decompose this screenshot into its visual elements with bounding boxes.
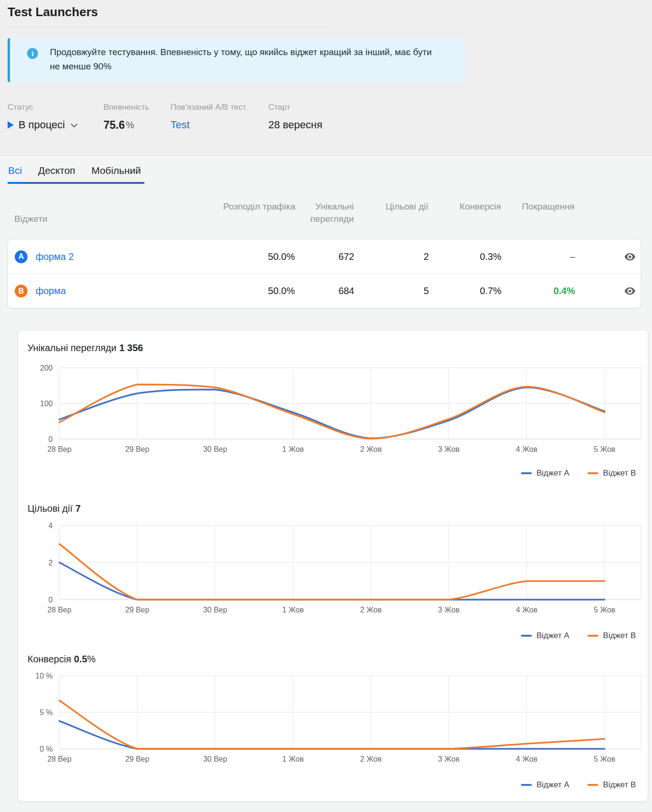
confidence-group: Впевненість 75.6 % — [104, 103, 149, 131]
svg-text:5 Жов: 5 Жов — [594, 606, 615, 614]
chart-title-label: Цільові дії — [28, 503, 73, 514]
column-header-unique-views: Унікальні перегляди — [294, 201, 354, 225]
line-chart: 42028 Вер29 Вер30 Вер1 Жов2 Жов3 Жов4 Жо… — [18, 519, 649, 623]
header-section: Test Launchers i Продовжуйте тестування.… — [0, 0, 652, 156]
svg-text:200: 200 — [40, 364, 53, 372]
confidence-suffix: % — [126, 120, 134, 131]
chart-plot: 10 %5 %0 %28 Вер29 Вер30 Вер1 Жов2 Жов3 … — [18, 670, 649, 772]
svg-text:2 Жов: 2 Жов — [360, 755, 381, 763]
tab-1[interactable]: Десктоп — [38, 165, 75, 176]
svg-text:29 Вер: 29 Вер — [125, 445, 150, 453]
variant-badge: B — [15, 285, 28, 297]
table-row: Aформа 250.0%67220.3%– — [8, 239, 641, 274]
chart-title: Унікальні перегляди1 356 — [28, 343, 143, 353]
status-value: В процесі — [19, 119, 65, 131]
legend-swatch — [587, 472, 598, 474]
cell-improvement: 0.4% — [501, 286, 575, 296]
svg-text:2 Жов: 2 Жов — [360, 606, 381, 614]
banner-text: Продовжуйте тестування. Впевненість у то… — [50, 45, 437, 74]
legend-item[interactable]: Віджет A — [521, 631, 569, 640]
confidence-label: Впевненість — [104, 103, 149, 112]
legend-swatch — [587, 784, 598, 786]
title-divider — [8, 27, 329, 27]
svg-text:5 Жов: 5 Жов — [594, 445, 615, 453]
visibility-button[interactable] — [624, 285, 636, 297]
line-chart: 10 %5 %0 %28 Вер29 Вер30 Вер1 Жов2 Жов3 … — [18, 670, 649, 772]
legend-label: Віджет A — [537, 780, 569, 790]
legend-label: Віджет A — [537, 631, 569, 640]
related-test-link[interactable]: Test — [170, 119, 189, 131]
widgets-table: Aформа 250.0%67220.3%–Bформа50.0%68450.7… — [8, 239, 641, 308]
status-label: Статус — [8, 103, 77, 112]
legend-swatch — [521, 635, 532, 637]
column-header-widgets: Віджети — [8, 213, 223, 225]
svg-text:0: 0 — [48, 435, 53, 443]
svg-text:5 Жов: 5 Жов — [594, 755, 615, 763]
column-header-conversion: Конверсія — [428, 201, 501, 213]
cell-traffic: 50.0% — [224, 251, 295, 262]
start-group: Старт 28 вересня — [268, 103, 322, 131]
svg-text:2 Жов: 2 Жов — [360, 445, 381, 453]
cell-target-actions: 2 — [354, 251, 429, 262]
start-value: 28 вересня — [268, 119, 322, 131]
legend-item[interactable]: Віджет A — [521, 780, 569, 790]
column-header-target-actions: Цільові дії — [354, 201, 428, 213]
table-header-row: Віджети Розподіл трафіка Унікальні перег… — [8, 201, 641, 225]
svg-text:3 Жов: 3 Жов — [438, 445, 459, 453]
chart-title-value: 7 — [76, 503, 81, 514]
visibility-button[interactable] — [624, 250, 636, 263]
variant-badge: A — [15, 250, 28, 263]
tabs-underline — [8, 182, 144, 184]
legend-label: Віджет B — [603, 780, 636, 790]
legend-item[interactable]: Віджет A — [521, 468, 569, 478]
svg-text:100: 100 — [40, 400, 53, 408]
legend-item[interactable]: Віджет B — [587, 468, 636, 478]
play-icon — [8, 121, 14, 129]
legend-label: Віджет B — [603, 468, 636, 478]
page: Test Launchers i Продовжуйте тестування.… — [0, 0, 652, 812]
status-dropdown[interactable]: В процесі — [8, 119, 77, 131]
chart-title-value: 0.5 — [74, 654, 87, 664]
chart-legend: Віджет AВіджет B — [521, 631, 636, 640]
svg-text:30 Вер: 30 Вер — [203, 755, 227, 763]
info-banner: i Продовжуйте тестування. Впевненість у … — [8, 38, 465, 82]
chart-legend: Віджет AВіджет B — [521, 468, 636, 478]
svg-text:28 Вер: 28 Вер — [47, 445, 72, 453]
svg-text:0 %: 0 % — [39, 745, 53, 753]
widget-name-link[interactable]: форма — [36, 286, 66, 296]
page-title: Test Launchers — [8, 5, 98, 19]
svg-text:1 Жов: 1 Жов — [282, 606, 303, 614]
legend-label: Віджет A — [537, 468, 569, 478]
legend-item[interactable]: Віджет B — [587, 780, 636, 790]
svg-text:2: 2 — [48, 559, 53, 567]
cell-unique-views: 672 — [295, 251, 354, 262]
svg-text:4 Жов: 4 Жов — [516, 445, 537, 453]
svg-text:29 Вер: 29 Вер — [125, 606, 150, 614]
confidence-value: 75.6 — [104, 119, 125, 132]
chart-title-value: 1 356 — [119, 343, 143, 353]
chart-title-label: Унікальні перегляди — [28, 343, 116, 353]
cell-target-actions: 5 — [354, 286, 429, 296]
widget-name-link[interactable]: форма 2 — [36, 251, 74, 262]
legend-item[interactable]: Віджет B — [587, 631, 636, 640]
start-label: Старт — [268, 103, 322, 112]
chart-plot: 42028 Вер29 Вер30 Вер1 Жов2 Жов3 Жов4 Жо… — [18, 519, 649, 623]
table-row: Bформа50.0%68450.7%0.4% — [8, 274, 641, 308]
tab-bar: ВсіДесктопМобільний — [8, 165, 141, 176]
legend-swatch — [587, 635, 598, 637]
svg-text:29 Вер: 29 Вер — [125, 755, 150, 763]
related-test-label: Пов’язаний A/B тест — [170, 103, 246, 112]
charts-card: Унікальні перегляди1 356 200100028 Вер29… — [18, 330, 648, 802]
svg-text:0: 0 — [48, 596, 53, 604]
svg-text:1 Жов: 1 Жов — [282, 755, 303, 763]
svg-text:4: 4 — [48, 522, 53, 530]
svg-text:10 %: 10 % — [36, 672, 53, 680]
svg-text:28 Вер: 28 Вер — [47, 755, 72, 763]
legend-swatch — [521, 784, 532, 786]
tab-0[interactable]: Всі — [8, 165, 22, 176]
tab-2[interactable]: Мобільний — [91, 165, 141, 176]
cell-conversion: 0.7% — [429, 286, 501, 296]
svg-text:4 Жов: 4 Жов — [516, 755, 537, 763]
svg-text:30 Вер: 30 Вер — [203, 445, 227, 453]
info-icon: i — [27, 48, 38, 59]
